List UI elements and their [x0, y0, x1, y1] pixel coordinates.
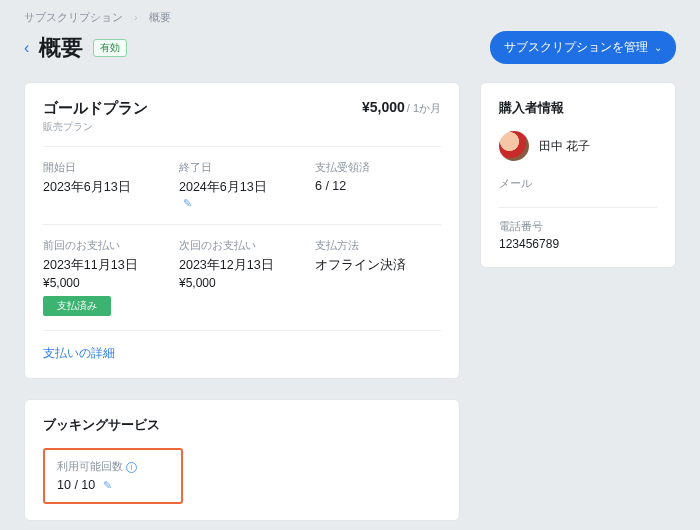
pencil-icon[interactable]: ✎	[103, 479, 112, 492]
breadcrumb: サブスクリプション › 概要	[24, 10, 676, 25]
end-date-value: 2024年6月13日	[179, 180, 267, 194]
chevron-down-icon: ⌄	[654, 42, 662, 53]
payment-method-value: オフライン決済	[315, 257, 441, 274]
next-payment-label: 次回のお支払い	[179, 239, 305, 253]
prev-payment-amount: ¥5,000	[43, 276, 169, 290]
booking-card: ブッキングサービス 利用可能回数 i 10 / 10 ✎	[24, 399, 460, 521]
buyer-title: 購入者情報	[499, 99, 657, 117]
prev-payment-date: 2023年11月13日	[43, 257, 169, 274]
plan-sub: 販売プラン	[43, 120, 148, 134]
buyer-name[interactable]: 田中 花子	[539, 138, 590, 155]
start-date-label: 開始日	[43, 161, 169, 175]
pencil-icon[interactable]: ✎	[183, 197, 192, 210]
info-icon[interactable]: i	[126, 462, 137, 473]
plan-name: ゴールドプラン	[43, 99, 148, 118]
back-icon[interactable]: ‹	[24, 39, 29, 57]
phone-value: 123456789	[499, 237, 657, 251]
end-date-label: 終了日	[179, 161, 305, 175]
paid-badge: 支払済み	[43, 296, 111, 316]
payments-received-value: 6 / 12	[315, 179, 441, 193]
buyer-card: 購入者情報 田中 花子 メール 電話番号 123456789	[480, 82, 676, 268]
booking-title: ブッキングサービス	[43, 416, 441, 434]
payments-received-label: 支払受領済	[315, 161, 441, 175]
payment-details-link[interactable]: 支払いの詳細	[43, 346, 115, 360]
start-date-value: 2023年6月13日	[43, 179, 169, 196]
next-payment-date: 2023年12月13日	[179, 257, 305, 274]
page-title: 概要	[39, 33, 83, 63]
plan-period: / 1か月	[407, 102, 441, 114]
prev-payment-label: 前回のお支払い	[43, 239, 169, 253]
plan-card: ゴールドプラン 販売プラン ¥5,000/ 1か月 開始日 2023年6月13日…	[24, 82, 460, 379]
phone-label: 電話番号	[499, 220, 657, 234]
payment-method-label: 支払方法	[315, 239, 441, 253]
breadcrumb-current: 概要	[149, 11, 171, 23]
available-uses-box: 利用可能回数 i 10 / 10 ✎	[43, 448, 183, 504]
available-uses-value: 10 / 10	[57, 478, 95, 492]
plan-price: ¥5,000	[362, 99, 405, 115]
chevron-right-icon: ›	[134, 11, 138, 23]
status-badge: 有効	[93, 39, 127, 57]
email-value	[499, 194, 657, 208]
manage-subscription-label: サブスクリプションを管理	[504, 39, 648, 56]
available-uses-label: 利用可能回数	[57, 460, 123, 474]
next-payment-amount: ¥5,000	[179, 276, 305, 290]
manage-subscription-button[interactable]: サブスクリプションを管理 ⌄	[490, 31, 676, 64]
email-label: メール	[499, 177, 657, 191]
avatar	[499, 131, 529, 161]
breadcrumb-root[interactable]: サブスクリプション	[24, 11, 123, 23]
